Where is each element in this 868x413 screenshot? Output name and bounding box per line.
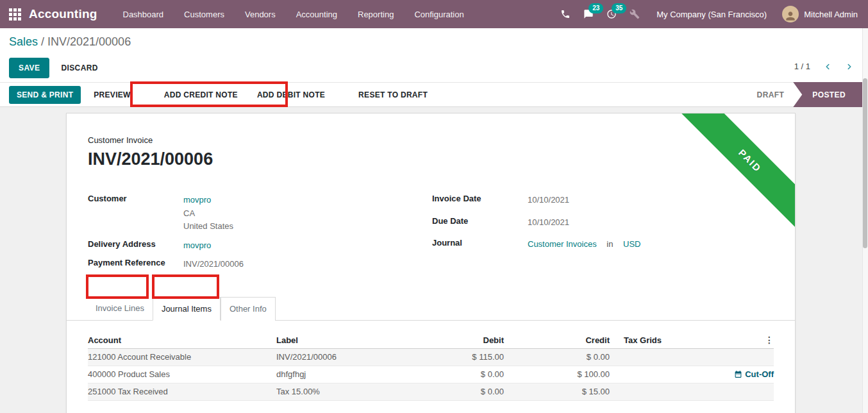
cell-label: dhfgfhgj <box>276 369 433 379</box>
cutoff-label: Cut-Off <box>745 369 774 379</box>
state-posted-badge[interactable]: POSTED <box>793 82 862 107</box>
due-date-value[interactable]: 10/10/2021 <box>528 216 569 230</box>
nav-item-reporting[interactable]: Reporting <box>347 0 404 28</box>
apps-grid-icon[interactable] <box>9 8 21 21</box>
nav-item-configuration[interactable]: Configuration <box>404 0 474 28</box>
preview-button[interactable]: PREVIEW <box>87 86 137 104</box>
payment-reference-label: Payment Reference <box>88 258 183 271</box>
field-groups: Customer movpro CA United States Deliver… <box>88 194 774 277</box>
save-button[interactable]: SAVE <box>9 58 49 78</box>
state-draft[interactable]: DRAFT <box>757 90 785 99</box>
header-tax-grids[interactable]: Tax Grids <box>610 335 728 345</box>
optional-columns-icon[interactable]: ⋮ <box>765 335 774 344</box>
cell-account: 251000 Tax Received <box>88 387 276 396</box>
cell-label: INV/2021/00006 <box>276 352 433 362</box>
company-switcher[interactable]: My Company (San Francisco) <box>656 10 767 19</box>
table-row[interactable]: 400000 Product Sales dhfgfhgj $ 0.00 $ 1… <box>88 366 774 384</box>
discard-button[interactable]: DISCARD <box>57 58 101 78</box>
journal-label: Journal <box>432 238 528 251</box>
send-print-button[interactable]: SEND & PRINT <box>9 86 81 104</box>
pager-next-icon[interactable] <box>845 62 854 71</box>
delivery-address-label: Delivery Address <box>88 239 183 253</box>
header-account[interactable]: Account <box>88 335 276 345</box>
user-menu[interactable]: Mitchell Admin <box>804 10 858 19</box>
state-widget: DRAFT POSTED <box>757 82 862 107</box>
user-avatar[interactable] <box>782 6 799 22</box>
cell-credit: $ 15.00 <box>504 387 610 396</box>
header-credit[interactable]: Credit <box>504 335 610 345</box>
delivery-address-link[interactable]: movpro <box>183 239 211 253</box>
cell-debit: $ 115.00 <box>433 352 504 362</box>
journal-link[interactable]: Customer Invoices <box>528 239 597 249</box>
sheet-inner: Customer Invoice INV/2021/00006 Customer… <box>67 114 795 277</box>
payment-reference-field: Payment Reference INV/2021/00006 <box>88 258 432 271</box>
table-row[interactable]: 251000 Tax Received Tax 15.00% $ 0.00 $ … <box>88 384 774 401</box>
tab-journal-items[interactable]: Journal Items <box>153 297 221 321</box>
add-debit-note-button[interactable]: ADD DEBIT NOTE <box>251 86 331 104</box>
delivery-address-field: Delivery Address movpro <box>88 239 432 253</box>
cell-credit: $ 100.00 <box>504 369 610 379</box>
cell-account: 121000 Account Receivable <box>88 352 276 362</box>
field-group-left: Customer movpro CA United States Deliver… <box>88 194 432 277</box>
document-type-label: Customer Invoice <box>88 135 774 145</box>
field-group-right: Invoice Date 10/10/2021 Due Date 10/10/2… <box>432 194 774 277</box>
breadcrumb-current: / INV/2021/00006 <box>38 35 131 48</box>
table-row[interactable]: 121000 Account Receivable INV/2021/00006… <box>88 349 774 366</box>
activities-icon[interactable]: 35 <box>600 0 623 28</box>
customer-value: movpro CA United States <box>183 194 233 233</box>
cell-label: Tax 15.00% <box>276 387 433 396</box>
customer-state: CA <box>183 207 233 221</box>
header-label[interactable]: Label <box>276 335 433 345</box>
messages-icon[interactable]: 23 <box>577 0 600 28</box>
due-date-field: Due Date 10/10/2021 <box>432 216 774 230</box>
breadcrumb-sales-link[interactable]: Sales <box>9 35 38 48</box>
invoice-date-label: Invoice Date <box>432 194 528 207</box>
nav-item-customers[interactable]: Customers <box>174 0 235 28</box>
navbar-right: 23 35 My Company (San Francisco) Mitchel… <box>554 0 868 28</box>
table-header-row: Account Label Debit Credit Tax Grids ⋮ <box>88 332 774 349</box>
cell-debit: $ 0.00 <box>433 387 504 396</box>
payment-reference-value[interactable]: INV/2021/00006 <box>183 258 244 271</box>
calendar-icon <box>734 370 742 378</box>
notebook-tabs: Invoice Lines Journal Items Other Info <box>67 297 795 321</box>
nav-item-accounting[interactable]: Accounting <box>286 0 347 28</box>
pager-previous-icon[interactable] <box>823 62 832 71</box>
nav-item-vendors[interactable]: Vendors <box>235 0 286 28</box>
cell-account: 400000 Product Sales <box>88 369 276 379</box>
currency-link[interactable]: USD <box>623 239 640 249</box>
cutoff-button[interactable]: Cut-Off <box>734 369 774 379</box>
tab-other-info[interactable]: Other Info <box>221 297 276 321</box>
pager: 1 / 1 <box>794 62 854 71</box>
customer-field: Customer movpro CA United States <box>88 194 432 233</box>
phone-icon[interactable] <box>554 0 577 28</box>
invoice-number-title: INV/2021/00006 <box>88 149 774 169</box>
invoice-sheet: PAID Customer Invoice INV/2021/00006 Cus… <box>66 113 796 413</box>
journal-value: Customer Invoices in USD <box>528 238 640 251</box>
journal-items-table: Account Label Debit Credit Tax Grids ⋮ 1… <box>88 332 774 413</box>
nav-item-dashboard[interactable]: Dashboard <box>113 0 174 28</box>
top-navbar: Accounting Dashboard Customers Vendors A… <box>0 0 868 28</box>
header-actions: SAVE DISCARD <box>9 58 102 78</box>
header-debit[interactable]: Debit <box>433 335 504 345</box>
journal-in-word: in <box>606 239 613 249</box>
tools-icon[interactable] <box>623 0 646 28</box>
cell-credit: $ 0.00 <box>504 352 610 362</box>
tab-invoice-lines[interactable]: Invoice Lines <box>87 297 153 321</box>
app-title: Accounting <box>29 7 97 21</box>
vertical-scrollbar-track[interactable] <box>862 28 868 413</box>
vertical-scrollbar-thumb[interactable] <box>863 78 867 248</box>
statusbar: SEND & PRINT PREVIEW ADD CREDIT NOTE ADD… <box>0 82 862 107</box>
add-credit-note-button[interactable]: ADD CREDIT NOTE <box>158 86 244 104</box>
customer-label: Customer <box>88 194 183 233</box>
pager-value: 1 / 1 <box>794 62 810 71</box>
invoice-date-field: Invoice Date 10/10/2021 <box>432 194 774 207</box>
breadcrumb: Sales / INV/2021/00006 <box>9 35 131 49</box>
due-date-label: Due Date <box>432 216 528 230</box>
cell-debit: $ 0.00 <box>433 369 504 379</box>
customer-link[interactable]: movpro <box>183 194 233 207</box>
journal-field: Journal Customer Invoices in USD <box>432 238 774 251</box>
invoice-date-value[interactable]: 10/10/2021 <box>528 194 569 207</box>
customer-country: United States <box>183 220 233 233</box>
reset-to-draft-button[interactable]: RESET TO DRAFT <box>352 86 434 104</box>
